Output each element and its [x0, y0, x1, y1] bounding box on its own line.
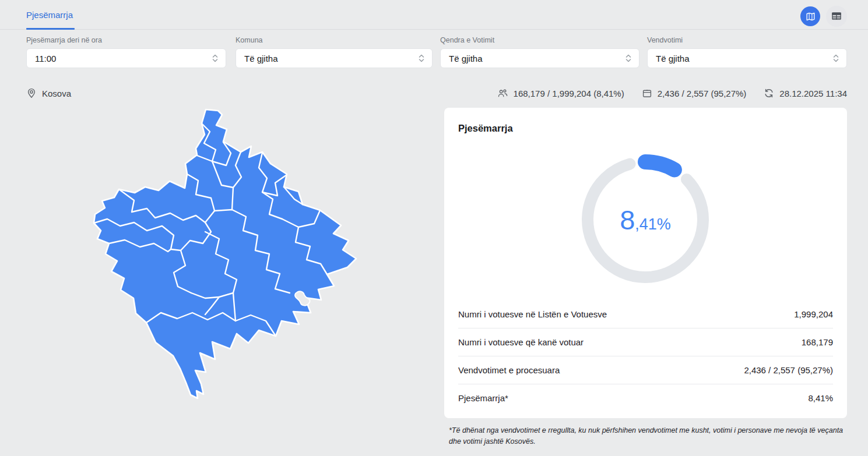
active-tab-indicator [26, 28, 75, 30]
qendra-select-value: Të gjitha [449, 54, 483, 63]
voters-stat: 168,179 / 1,999,204 (8,41%) [497, 88, 624, 99]
row-label: Numri i votuesve që kanë votuar [458, 337, 584, 347]
hour-select[interactable]: 11:00 [26, 48, 226, 68]
row-label: Pjesëmarrja* [458, 393, 508, 403]
donut-center-value: 8 ,41% [620, 206, 671, 234]
card-title: Pjesëmarrja [458, 123, 513, 134]
table-row: Pjesëmarrja* 8,41% [458, 384, 833, 412]
hour-select-value: 11:00 [35, 54, 56, 63]
row-label: Vendvotimet e procesuara [458, 365, 560, 375]
filter-qendra-label: Qendra e Votimit [440, 36, 639, 44]
polling-stat-value: 2,436 / 2,557 (95,27%) [658, 89, 747, 98]
percent-integer: 8 [620, 206, 635, 234]
row-label: Numri i votuesve në Listën e Votuesve [458, 309, 607, 319]
komuna-select-value: Të gjitha [244, 54, 278, 63]
row-value: 2,436 / 2,557 (95,27%) [744, 365, 833, 375]
view-toggle-group [800, 6, 847, 27]
users-icon [497, 88, 508, 99]
updated-stat: 28.12.2025 11:34 [764, 88, 847, 98]
location-breadcrumb: Kosova [26, 88, 71, 98]
vendvotimi-select[interactable]: Të gjitha [647, 48, 847, 68]
filter-komuna: Komuna Të gjitha [236, 36, 433, 68]
filter-hour-label: Pjesëmarrja deri në ora [26, 36, 226, 44]
stats-table: Numri i votuesve në Listën e Votuesve 1,… [458, 300, 833, 412]
kosovo-map[interactable] [0, 105, 443, 408]
participation-dashboard: Pjesëmarrja [0, 0, 868, 456]
row-value: 1,999,204 [794, 309, 833, 319]
filter-qendra: Qendra e Votimit Të gjitha [440, 36, 639, 68]
participation-card: Pjesëmarrja 8 ,41% Numri i votuesve në L… [444, 108, 847, 418]
tab-pjesemarrja[interactable]: Pjesëmarrja [26, 0, 73, 30]
polling-stat: 2,436 / 2,557 (95,27%) [642, 88, 747, 98]
qendra-select[interactable]: Të gjitha [440, 48, 639, 68]
table-icon [831, 10, 842, 22]
vendvotimi-select-value: Të gjitha [656, 54, 690, 63]
chevron-updown-icon [625, 54, 632, 63]
table-view-button[interactable] [826, 6, 847, 27]
percent-fraction: ,41% [635, 217, 671, 232]
status-bar: Kosova 168,179 / 1,999,204 (8,41%) [26, 86, 847, 101]
participation-donut-chart: 8 ,41% [575, 150, 715, 289]
chevron-updown-icon [212, 54, 219, 63]
komuna-select[interactable]: Të gjitha [236, 48, 433, 68]
location-pin-icon [26, 88, 37, 98]
table-row: Numri i votuesve që kanë votuar 168,179 [458, 328, 833, 356]
map-view-button[interactable] [800, 6, 820, 26]
ballot-box-icon [642, 88, 652, 98]
chevron-updown-icon [832, 54, 839, 63]
filter-vendvotimi: Vendvotimi Të gjitha [647, 36, 847, 68]
footnote: *Të dhënat nga vendvotimet e rregullta, … [449, 425, 846, 448]
row-value: 8,41% [808, 393, 833, 403]
row-value: 168,179 [802, 337, 833, 347]
filter-hour: Pjesëmarrja deri në ora 11:00 [26, 36, 226, 68]
kosovo-outline [94, 109, 356, 398]
map-icon [805, 11, 816, 22]
header: Pjesëmarrja [0, 0, 868, 30]
refresh-icon [764, 88, 774, 98]
voters-stat-value: 168,179 / 1,999,204 (8,41%) [514, 89, 624, 98]
summary-stats: 168,179 / 1,999,204 (8,41%) 2,436 / 2,55… [497, 88, 847, 99]
chevron-updown-icon [418, 54, 425, 63]
updated-stat-value: 28.12.2025 11:34 [779, 89, 847, 98]
filter-vendvotimi-label: Vendvotimi [647, 36, 847, 44]
table-row: Vendvotimet e procesuara 2,436 / 2,557 (… [458, 356, 833, 384]
filter-komuna-label: Komuna [236, 36, 433, 44]
table-row: Numri i votuesve në Listën e Votuesve 1,… [458, 300, 833, 328]
location-label: Kosova [42, 89, 71, 98]
